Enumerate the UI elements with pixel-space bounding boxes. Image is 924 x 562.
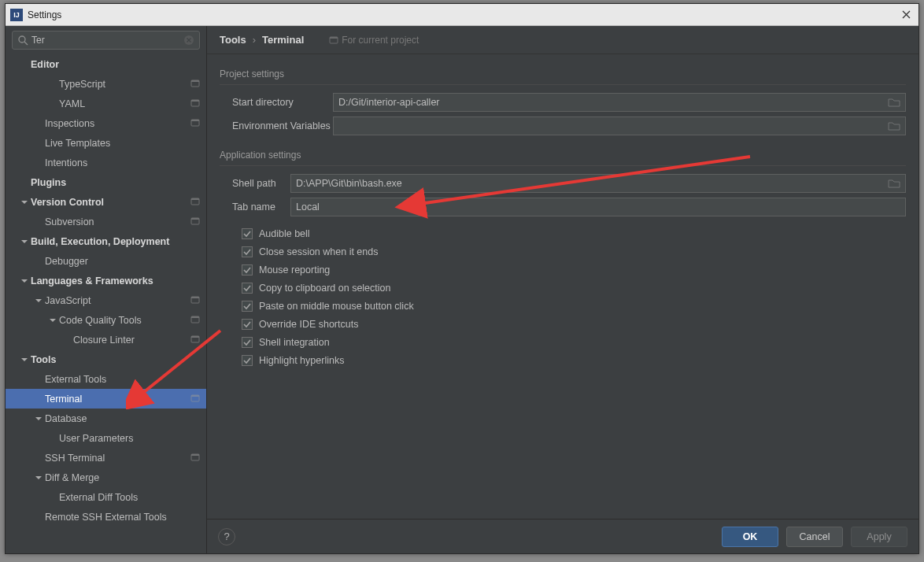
app-icon: IJ	[10, 9, 23, 21]
chevron-down-icon	[20, 178, 29, 187]
checkbox-label: Highlight hyperlinks	[259, 355, 344, 366]
checkbox-shell-integration[interactable]: Shell integration	[242, 333, 906, 351]
checkbox-icon[interactable]	[242, 355, 253, 366]
project-scope-icon	[190, 79, 201, 90]
help-button[interactable]: ?	[218, 528, 235, 545]
sidebar-item-closure-linter[interactable]: Closure Linter	[6, 330, 206, 349]
sidebar-item-editor[interactable]: Editor	[6, 54, 206, 74]
sidebar-item-label: Terminal	[45, 394, 190, 405]
clear-search-icon[interactable]	[183, 35, 194, 46]
cancel-button[interactable]: Cancel	[786, 527, 843, 547]
sidebar-item-terminal[interactable]: Terminal	[6, 389, 206, 409]
svg-rect-20	[191, 395, 199, 397]
main-panel: Tools › Terminal For current project Pro…	[207, 26, 918, 553]
chevron-right-icon: ›	[253, 34, 256, 46]
checkbox-close-session-when-it-ends[interactable]: Close session when it ends	[242, 242, 906, 261]
sidebar-item-label: Languages & Frameworks	[31, 275, 201, 287]
sidebar-item-debugger[interactable]: Debugger	[6, 251, 206, 271]
checkbox-override-ide-shortcuts[interactable]: Override IDE shortcuts	[242, 315, 906, 333]
sidebar-item-typescript[interactable]: TypeScript	[6, 74, 206, 94]
project-scope-icon	[190, 197, 201, 208]
project-scope-icon	[190, 98, 201, 109]
sidebar-item-version-control[interactable]: Version Control	[6, 192, 206, 212]
tab-name-input[interactable]	[290, 198, 906, 216]
sidebar-item-plugins[interactable]: Plugins	[6, 172, 206, 192]
checkbox-label: Copy to clipboard on selection	[259, 283, 390, 294]
checkbox-icon[interactable]	[242, 264, 253, 275]
sidebar-item-subversion[interactable]: Subversion	[6, 212, 206, 231]
sidebar-item-external-diff-tools[interactable]: External Diff Tools	[6, 487, 206, 507]
sidebar-item-diff-merge[interactable]: Diff & Merge	[6, 468, 206, 487]
checkbox-icon[interactable]	[242, 301, 253, 312]
sidebar-item-label: TypeScript	[59, 79, 190, 90]
ok-button[interactable]: OK	[722, 527, 778, 547]
sidebar-item-build-execution-deployment[interactable]: Build, Execution, Deployment	[6, 231, 206, 251]
project-scope-icon	[190, 335, 201, 346]
window-title: Settings	[28, 9, 898, 20]
sidebar-item-label: Editor	[31, 59, 201, 70]
svg-rect-16	[191, 316, 199, 318]
sidebar-item-label: Inspections	[45, 118, 190, 129]
folder-icon[interactable]	[888, 96, 900, 109]
checkbox-highlight-hyperlinks[interactable]: Highlight hyperlinks	[242, 351, 906, 369]
sidebar-item-ssh-terminal[interactable]: SSH Terminal	[6, 448, 206, 468]
folder-icon[interactable]	[888, 177, 900, 190]
checkbox-mouse-reporting[interactable]: Mouse reporting	[242, 261, 906, 279]
sidebar-item-intentions[interactable]: Intentions	[6, 153, 206, 172]
apply-button: Apply	[851, 527, 907, 547]
sidebar-item-label: Remote SSH External Tools	[45, 512, 201, 523]
env-vars-input[interactable]	[333, 116, 906, 135]
chevron-down-icon	[20, 355, 29, 364]
sidebar-item-inspections[interactable]: Inspections	[6, 113, 206, 133]
chevron-down-icon	[48, 316, 57, 325]
checkbox-icon[interactable]	[242, 337, 253, 348]
checkbox-icon[interactable]	[242, 246, 253, 257]
checkbox-label: Close session when it ends	[259, 246, 378, 257]
sidebar-item-tools[interactable]: Tools	[6, 349, 206, 369]
breadcrumb-root: Tools	[220, 34, 246, 46]
chevron-down-icon	[34, 119, 43, 128]
sidebar-item-javascript[interactable]: JavaScript	[6, 290, 206, 310]
checkbox-icon[interactable]	[242, 283, 253, 294]
sidebar-item-languages-frameworks[interactable]: Languages & Frameworks	[6, 271, 206, 290]
sidebar-item-label: Plugins	[31, 177, 201, 188]
folder-icon[interactable]	[888, 120, 900, 132]
sidebar-item-yaml[interactable]: YAML	[6, 94, 206, 113]
search-input[interactable]	[12, 31, 200, 50]
checkbox-paste-on-middle-mouse-button-click[interactable]: Paste on middle mouse button click	[242, 297, 906, 315]
sidebar-item-database[interactable]: Database	[6, 409, 206, 428]
chevron-down-icon	[20, 198, 29, 207]
env-vars-label: Environment Variables	[220, 120, 333, 131]
tab-name-label: Tab name	[220, 202, 290, 213]
chevron-down-icon	[34, 512, 43, 522]
sidebar-item-label: User Parameters	[59, 433, 201, 444]
checkbox-group: Audible bellClose session when it endsMo…	[242, 224, 906, 369]
checkbox-audible-bell[interactable]: Audible bell	[242, 224, 906, 242]
sidebar-item-code-quality-tools[interactable]: Code Quality Tools	[6, 310, 206, 330]
dialog-footer: ? OK Cancel Apply	[207, 519, 918, 553]
breadcrumb-leaf: Terminal	[262, 34, 304, 46]
chevron-down-icon	[34, 217, 43, 227]
start-directory-label: Start directory	[220, 97, 333, 108]
chevron-down-icon	[20, 276, 29, 286]
shell-path-input[interactable]	[290, 174, 906, 193]
search-field[interactable]	[31, 35, 183, 46]
start-directory-input[interactable]	[333, 93, 906, 112]
sidebar-item-user-parameters[interactable]: User Parameters	[6, 428, 206, 448]
sidebar-item-external-tools[interactable]: External Tools	[6, 369, 206, 389]
sidebar-item-live-templates[interactable]: Live Templates	[6, 133, 206, 153]
sidebar-item-label: Closure Linter	[73, 335, 190, 346]
chevron-down-icon	[34, 139, 43, 148]
svg-rect-8	[191, 120, 199, 121]
section-application-settings: Application settings	[220, 150, 906, 161]
sidebar-item-label: Code Quality Tools	[59, 315, 190, 326]
chevron-down-icon	[34, 296, 43, 305]
checkbox-icon[interactable]	[242, 319, 253, 330]
chevron-down-icon	[34, 473, 43, 483]
checkbox-icon[interactable]	[242, 228, 253, 239]
sidebar-item-remote-ssh-external-tools[interactable]: Remote SSH External Tools	[6, 507, 206, 527]
project-scope-icon	[190, 453, 201, 464]
checkbox-copy-to-clipboard-on-selection[interactable]: Copy to clipboard on selection	[242, 279, 906, 297]
content-area: Project settings Start directory Environ…	[207, 54, 918, 519]
close-icon[interactable]	[898, 7, 914, 23]
